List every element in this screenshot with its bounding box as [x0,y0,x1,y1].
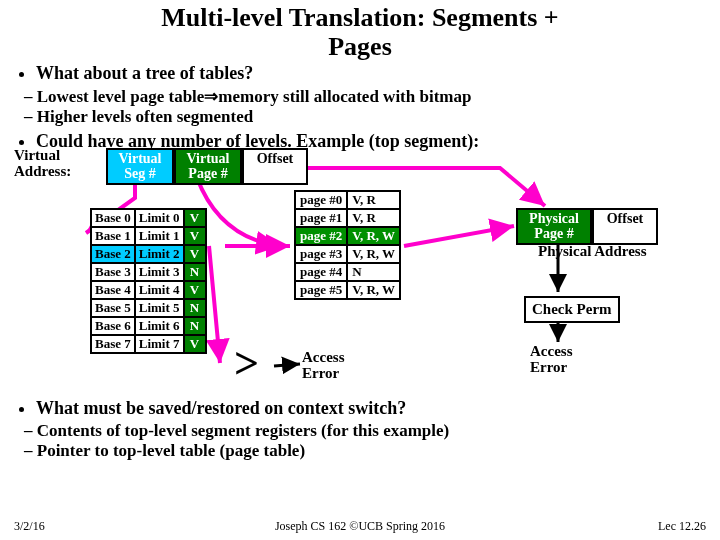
access-error-2: Access Error [530,344,572,376]
bullet-3-sub-1: Contents of top-level segment registers … [24,421,449,441]
segment-table: Base 0Limit 0V Base 1Limit 1V Base 2Limi… [90,208,207,354]
footer: 3/2/16 Joseph CS 162 ©UCB Spring 2016 Le… [0,519,720,534]
footer-center: Joseph CS 162 ©UCB Spring 2016 [245,519,476,534]
virtual-address-box: VirtualSeg # VirtualPage # Offset [106,148,308,185]
table-row: page #1V, R [295,209,400,227]
bullet-1: What about a tree of tables? [36,63,710,84]
virtual-seg-field: VirtualSeg # [106,148,174,185]
table-row-highlight: page #2V, R, W [295,227,400,245]
table-row: Base 3Limit 3N [91,263,206,281]
table-row-highlight: Base 2Limit 2V [91,245,206,263]
bullet-1-sub-2: Higher levels often segmented [24,107,710,127]
table-row: Base 6Limit 6N [91,317,206,335]
page-table: page #0V, R page #1V, R page #2V, R, W p… [294,190,401,300]
diagram: Virtual Address: VirtualSeg # VirtualPag… [0,138,720,408]
table-row: Base 1Limit 1V [91,227,206,245]
footer-right: Lec 12.26 [475,519,706,534]
virtual-offset-field: Offset [242,148,308,185]
table-row: page #0V, R [295,191,400,209]
table-row: page #3V, R, W [295,245,400,263]
table-row: page #4N [295,263,400,281]
title-line1: Multi-level Translation: Segments + [161,3,558,32]
virtual-address-label: Virtual Address: [14,148,71,180]
bullet-3: What must be saved/restored on context s… [36,398,449,419]
compare-gt: > [234,346,259,381]
title-line2: Pages [328,32,392,61]
bullet-3-sub-2: Pointer to top-level table (page table) [24,441,449,461]
physical-offset-field: Offset [592,208,658,245]
table-row: Base 4Limit 4V [91,281,206,299]
physical-address-label: Physical Address [538,244,647,260]
table-row: Base 5Limit 5N [91,299,206,317]
table-row: Base 7Limit 7V [91,335,206,353]
physical-page-field: PhysicalPage # [516,208,592,245]
virtual-page-field: VirtualPage # [174,148,242,185]
check-perm-box: Check Perm [524,296,620,323]
bullet-1-sub-1: Lowest level page table⇒memory still all… [24,86,710,107]
table-row: page #5V, R, W [295,281,400,299]
table-row: Base 0Limit 0V [91,209,206,227]
access-error-1: Access Error [302,350,344,382]
footer-date: 3/2/16 [14,519,245,534]
physical-address-box: PhysicalPage # Offset [516,208,658,245]
